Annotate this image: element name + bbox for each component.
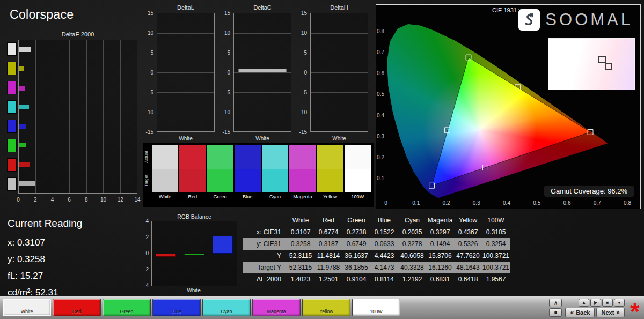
deltaE-plot-area xyxy=(18,40,137,194)
deltaE-swatch-yellow xyxy=(7,62,17,75)
patch-button-red[interactable]: Red xyxy=(53,299,101,316)
patch-button-green[interactable]: Green xyxy=(103,299,151,316)
table-cell: 52.3115 xyxy=(287,262,314,273)
patch-button-row: WhiteRedGreenBlueCyanMagentaYellow100W xyxy=(3,299,400,316)
chart-title: DeltaE 2000 xyxy=(18,31,137,38)
x-tick-label: 0.2 xyxy=(443,200,450,206)
cie-x-axis: 00.10.20.30.40.50.60.70.8 xyxy=(386,200,627,207)
whitepoint-inset-image xyxy=(548,38,635,90)
deltaE-bar-blue xyxy=(19,124,26,129)
table-cell: 0.6831 xyxy=(426,273,454,285)
patch-button-100w[interactable]: 100W xyxy=(352,299,400,316)
table-row: x: CIE310.31070.67740.27380.15220.20350.… xyxy=(243,226,510,238)
gridline xyxy=(103,40,104,193)
chart-title: DeltaL xyxy=(157,4,215,11)
deltaE-bar-cyan xyxy=(19,105,29,109)
y-tick-label: 0 xyxy=(304,70,307,76)
patch-button-magenta[interactable]: Magenta xyxy=(252,299,301,316)
chart-bar xyxy=(238,69,286,72)
patch-button-white[interactable]: White xyxy=(3,299,51,316)
table-cell: 40.6058 xyxy=(398,250,426,262)
gridline xyxy=(234,112,291,112)
y-tick-label: 0.2 xyxy=(377,154,384,160)
record-icon[interactable]: ● xyxy=(614,299,625,307)
next-chevron-icon: » xyxy=(616,310,620,315)
deltaE-swatch-blue xyxy=(7,120,17,133)
swatch-column-cyan xyxy=(262,145,288,192)
swatch-columns xyxy=(152,145,371,192)
transport-icon-row: ▲▶■● xyxy=(579,299,625,307)
x-tick-label: 0.8 xyxy=(624,200,631,206)
table-cell: 52.3115 xyxy=(287,250,314,262)
table-cell: 0.6774 xyxy=(314,226,342,238)
y-tick-label: 10 xyxy=(301,29,307,35)
swatch-label: Green xyxy=(207,194,233,199)
table-cell: 0.3187 xyxy=(314,238,342,250)
rgb-bar-red xyxy=(156,254,176,257)
navigation-cluster: ∧ ■ ▲▶■● « Back Next » * xyxy=(549,298,642,317)
up-icon[interactable]: ▲ xyxy=(579,299,589,307)
play-icon[interactable]: ▶ xyxy=(590,299,601,307)
cie-chromaticity-panel: CIE 1931 xy SOOMAL 00.10.20.30.40.50.60.… xyxy=(376,4,641,209)
patch-button-yellow[interactable]: Yellow xyxy=(302,299,350,316)
table-cell: 11.4814 xyxy=(314,250,342,262)
swatch-column-magenta xyxy=(289,145,316,192)
y-tick-label: -10 xyxy=(223,109,230,115)
deltaE-swatch-column xyxy=(6,40,17,194)
measuring-indicator-asterisk: * xyxy=(628,306,642,317)
reading-fL: fL: 15.27 xyxy=(8,271,131,281)
x-tick-label: 0 xyxy=(384,200,387,206)
chart-plot-area xyxy=(157,13,215,132)
chart-deltal: DeltaL151050-5-10-15White xyxy=(141,4,216,143)
deltaE-bar-row xyxy=(19,123,137,129)
row-label: ΔE 2000 xyxy=(243,273,287,285)
y-tick-label: 15 xyxy=(148,10,153,16)
deltaE-bar-row xyxy=(19,47,137,53)
y-tick-label: 0.3 xyxy=(377,133,384,139)
y-tick-label: 15 xyxy=(224,10,230,16)
column-header-blue: Blue xyxy=(370,214,398,226)
table-cell: 15.8706 xyxy=(426,250,454,262)
y-tick-label: 0 xyxy=(227,70,230,76)
soomal-logo-icon xyxy=(518,9,540,31)
chart-x-label: White xyxy=(157,136,215,142)
gridline xyxy=(35,40,36,193)
deltaE-bars xyxy=(19,40,137,193)
deltaE-bar-row xyxy=(19,66,137,71)
table-cell: 40.3328 xyxy=(398,262,426,273)
table-cell: 100.3721 xyxy=(482,250,510,262)
y-tick-label: 0.5 xyxy=(377,91,384,97)
y-tick-label: 4 xyxy=(145,218,149,224)
y-tick-label: 0.6 xyxy=(377,70,384,76)
gridline xyxy=(311,112,368,112)
measure-marker-white xyxy=(477,128,482,133)
table-cell: 0.3105 xyxy=(482,226,510,238)
back-button[interactable]: « Back xyxy=(565,308,595,317)
actual-swatch xyxy=(317,145,343,169)
chart-title: DeltaH xyxy=(310,4,368,11)
target-swatch xyxy=(345,169,371,192)
column-header-white: White xyxy=(287,214,314,226)
chart-plot-area xyxy=(233,13,291,132)
rgb-balance-x-label: White xyxy=(151,287,236,293)
table-cell: 0.5326 xyxy=(454,238,482,250)
patch-button-blue[interactable]: Blue xyxy=(152,299,201,316)
swatch-label: White xyxy=(152,194,178,199)
y-tick-label: 15 xyxy=(301,10,307,16)
deltaE-bar-row xyxy=(19,143,137,148)
y-tick-label: -5 xyxy=(149,89,153,95)
deltaE-swatch-green xyxy=(7,139,17,152)
actual-swatch xyxy=(152,145,178,169)
current-reading-values: x: 0.3107y: 0.3258fL: 15.27cd/m²: 52.31 xyxy=(8,238,131,298)
stop-icon[interactable]: ■ xyxy=(602,299,613,307)
stop-button[interactable]: ■ xyxy=(549,308,562,317)
deltaE-bar-row xyxy=(19,105,137,110)
next-button[interactable]: Next » xyxy=(596,308,625,317)
collapse-up-button[interactable]: ∧ xyxy=(549,299,562,307)
table-cell: 0.6749 xyxy=(342,238,370,250)
reading-y: y: 0.3258 xyxy=(8,254,131,265)
gridline xyxy=(234,72,291,73)
table-cell: 0.4367 xyxy=(454,226,482,238)
table-cell: 0.3258 xyxy=(287,238,314,250)
patch-button-cyan[interactable]: Cyan xyxy=(202,299,251,316)
